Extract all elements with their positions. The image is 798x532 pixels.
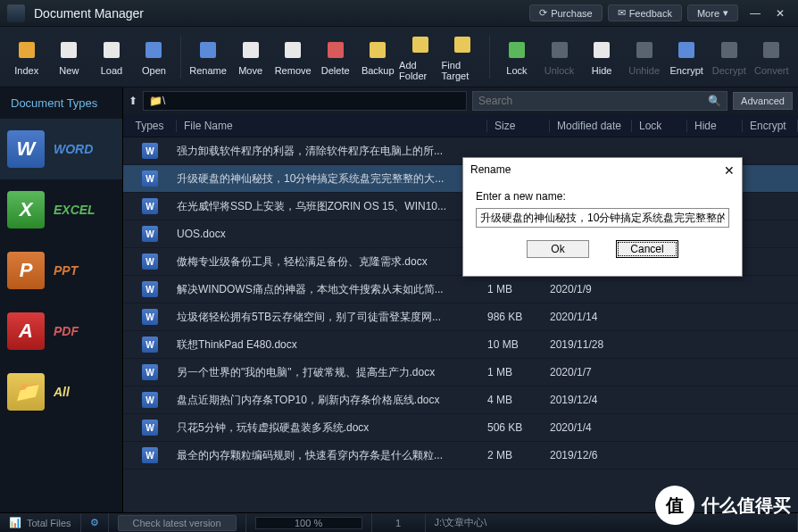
open-icon <box>141 37 166 62</box>
word-file-icon: W <box>142 392 158 408</box>
toolbar-rename[interactable]: Rename <box>187 30 229 84</box>
up-button[interactable]: ⬆ <box>129 95 137 107</box>
advanced-button[interactable]: Advanced <box>733 92 793 110</box>
toolbar-decrypt: Decrypt <box>708 30 751 84</box>
file-name: 傲梅专业级备份工具，轻松满足备份、克隆需求.docx <box>177 254 487 270</box>
dialog-close-button[interactable]: ✕ <box>724 163 735 178</box>
toolbar-findtarget[interactable]: Find Target <box>442 30 485 84</box>
minimize-button[interactable]: — <box>744 4 766 22</box>
toolbar-addfolder[interactable]: Add Folder <box>399 30 442 84</box>
check-version-button[interactable]: Check latest version <box>109 513 246 532</box>
watermark: 值 什么值得买 <box>655 486 791 525</box>
toolbar-backup[interactable]: Backup <box>356 30 399 84</box>
ok-button[interactable]: Ok <box>527 240 589 258</box>
table-row[interactable]: W只花5分钟，玩转虚拟硬盘装多系统.docx506 KB2020/1/4 <box>123 414 798 442</box>
toolbar-load[interactable]: Load <box>90 30 133 84</box>
new-icon <box>56 37 81 62</box>
svg-rect-6 <box>285 42 301 58</box>
cancel-button[interactable]: Cancel <box>616 240 678 258</box>
file-modified: 2020/1/14 <box>550 311 632 323</box>
purchase-button[interactable]: ⟳ Purchase <box>529 4 602 21</box>
table-row[interactable]: W解决WINDOWS痛点的神器，本地文件搜索从未如此简...1 MB2020/1… <box>123 276 798 303</box>
move-icon <box>238 37 263 62</box>
svg-rect-16 <box>721 42 737 58</box>
word-file-icon: W <box>142 143 158 159</box>
toolbar-hide[interactable]: Hide <box>580 30 623 84</box>
file-name: 升级硬盘的神仙秘技，10分钟搞定系统盘完完整整的大... <box>177 171 487 187</box>
header-lock[interactable]: Lock <box>632 120 687 132</box>
toolbar-remove[interactable]: Remove <box>271 30 314 84</box>
category-all[interactable]: 📁All <box>0 362 122 422</box>
file-size: 4 MB <box>487 394 550 406</box>
category-word[interactable]: WWORD <box>0 119 122 179</box>
toolbar-move[interactable]: Move <box>229 30 272 84</box>
svg-rect-4 <box>200 42 216 58</box>
main-toolbar: IndexNewLoadOpenRenameMoveRemoveDeleteBa… <box>0 27 798 87</box>
lock-icon <box>504 37 529 62</box>
svg-rect-7 <box>328 42 344 58</box>
file-name: 垃圾佬轻松拥有5TB云存储空间，别了司徒雷登某度网... <box>177 310 487 325</box>
rename-input[interactable] <box>476 208 729 228</box>
feedback-button[interactable]: ✉ Feedback <box>608 4 682 21</box>
file-name: 最全的内存颗粒编码规则，快速看穿内存条是什么颗粒... <box>177 448 487 463</box>
content-area: Document Types WWORDXEXCELPPPTAPDF📁All ⬆… <box>0 87 798 512</box>
search-icon[interactable]: 🔍 <box>708 95 721 107</box>
toolbar-index[interactable]: Index <box>5 30 48 84</box>
svg-rect-14 <box>636 42 653 58</box>
header-modified[interactable]: Modified date <box>550 120 632 132</box>
svg-rect-12 <box>552 42 568 58</box>
close-button[interactable]: ✕ <box>769 4 791 22</box>
more-button[interactable]: More ▾ <box>687 4 738 21</box>
svg-rect-5 <box>243 42 259 58</box>
all-icon: 📁 <box>7 373 45 411</box>
word-file-icon: W <box>142 170 158 187</box>
category-excel[interactable]: XEXCEL <box>0 179 122 240</box>
table-row[interactable]: W另一个世界的"我的电脑"，打破常规、提高生产力.docx1 MB2020/1/… <box>123 359 798 387</box>
total-files-label[interactable]: 📊 Total Files <box>0 513 81 532</box>
header-hide[interactable]: Hide <box>687 120 743 132</box>
svg-rect-1 <box>61 42 77 58</box>
toolbar-encrypt[interactable]: Encrypt <box>665 30 708 84</box>
rename-icon <box>195 37 220 62</box>
window-title: Document Manager <box>34 6 144 21</box>
search-box[interactable]: 🔍 <box>472 91 727 111</box>
header-encrypt[interactable]: Encrypt <box>743 120 798 132</box>
svg-rect-3 <box>145 42 162 58</box>
word-file-icon: W <box>142 226 158 242</box>
toolbar-unhide: Unhide <box>623 30 666 84</box>
progress-bar: 100 % <box>246 513 372 532</box>
table-row[interactable]: W联想ThinkPad E480.docx10 MB2019/11/28 <box>123 331 798 359</box>
table-row[interactable]: W最全的内存颗粒编码规则，快速看穿内存条是什么颗粒...2 MB2019/12/… <box>123 442 798 470</box>
file-size: 1 MB <box>487 366 550 378</box>
file-size: 10 MB <box>487 338 550 351</box>
file-name: 在光威悍将SSD上安装，乌班图ZORIN OS 15、WIN10... <box>177 199 487 214</box>
path-box[interactable]: 📁 \ <box>143 91 467 111</box>
app-logo <box>7 4 25 22</box>
unlock-icon <box>547 37 572 62</box>
search-input[interactable] <box>478 95 708 107</box>
rename-dialog: Rename ✕ Enter a new name: Ok Cancel <box>462 157 743 277</box>
column-headers: Types File Name Size Modified date Lock … <box>123 114 798 137</box>
header-size[interactable]: Size <box>487 120 550 132</box>
category-ppt[interactable]: PPPT <box>0 240 122 301</box>
toolbar-lock[interactable]: Lock <box>495 30 538 84</box>
settings-button[interactable]: ⚙ <box>81 513 109 532</box>
toolbar-delete[interactable]: Delete <box>314 30 357 84</box>
toolbar-open[interactable]: Open <box>133 30 176 84</box>
table-row[interactable]: W垃圾佬轻松拥有5TB云存储空间，别了司徒雷登某度网...986 KB2020/… <box>123 303 798 331</box>
header-types[interactable]: Types <box>123 120 177 132</box>
dialog-title: Rename <box>470 163 511 178</box>
file-size: 2 MB <box>487 449 550 461</box>
svg-rect-15 <box>678 42 694 58</box>
toolbar-convert: Convert <box>751 30 794 84</box>
file-name: 只花5分钟，玩转虚拟硬盘装多系统.docx <box>177 420 487 436</box>
ppt-icon: P <box>7 252 45 289</box>
toolbar-new[interactable]: New <box>48 30 91 84</box>
category-pdf[interactable]: APDF <box>0 301 122 362</box>
table-row[interactable]: W盘点近期热门内存条TOP10，刷新内存条价格底线.docx4 MB2019/1… <box>123 387 798 414</box>
index-icon <box>14 37 39 62</box>
unhide-icon <box>632 37 657 62</box>
file-name: 另一个世界的"我的电脑"，打破常规、提高生产力.docx <box>177 365 487 380</box>
word-file-icon: W <box>142 198 158 214</box>
header-name[interactable]: File Name <box>177 120 487 132</box>
